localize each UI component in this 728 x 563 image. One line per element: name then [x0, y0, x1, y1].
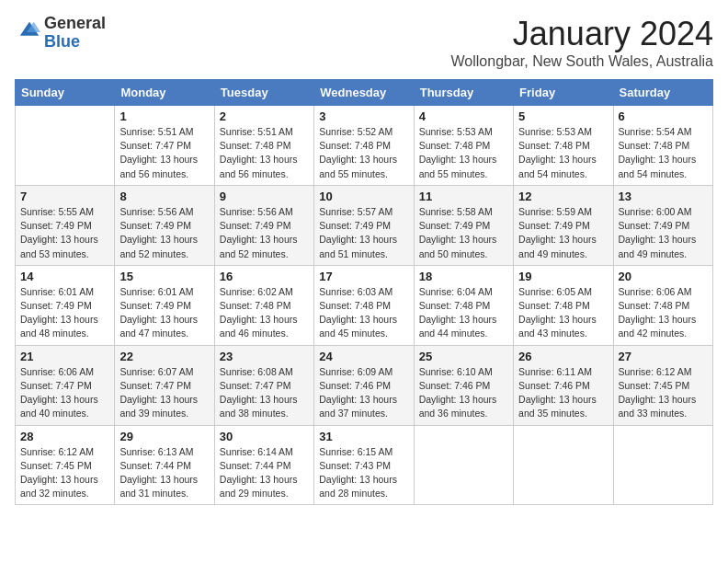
calendar-cell: 11 Sunrise: 5:58 AMSunset: 7:49 PMDaylig…	[414, 185, 513, 265]
calendar-cell: 12 Sunrise: 5:59 AMSunset: 7:49 PMDaylig…	[514, 185, 613, 265]
cell-info: Sunrise: 6:00 AMSunset: 7:49 PMDaylight:…	[619, 206, 697, 259]
cell-info: Sunrise: 6:12 AMSunset: 7:45 PMDaylight:…	[20, 446, 98, 500]
cell-date: 28	[20, 430, 109, 443]
cell-date: 26	[518, 350, 608, 363]
calendar-cell: 17 Sunrise: 6:03 AMSunset: 7:48 PMDaylig…	[314, 265, 414, 345]
calendar-cell: 2 Sunrise: 5:51 AMSunset: 7:48 PMDayligh…	[214, 106, 313, 186]
cell-date: 7	[20, 190, 109, 203]
calendar-cell: 23 Sunrise: 6:08 AMSunset: 7:47 PMDaylig…	[214, 345, 313, 425]
cell-date: 12	[518, 190, 608, 203]
calendar-cell: 31 Sunrise: 6:15 AMSunset: 7:43 PMDaylig…	[314, 425, 414, 505]
calendar-cell: 18 Sunrise: 6:04 AMSunset: 7:48 PMDaylig…	[414, 265, 513, 345]
cell-info: Sunrise: 5:52 AMSunset: 7:48 PMDaylight:…	[319, 126, 397, 179]
logo-icon	[17, 18, 42, 44]
cell-date: 31	[319, 430, 408, 443]
calendar-cell: 13 Sunrise: 6:00 AMSunset: 7:49 PMDaylig…	[613, 185, 712, 265]
cell-info: Sunrise: 5:54 AMSunset: 7:48 PMDaylight:…	[619, 126, 697, 179]
cell-date: 25	[419, 350, 508, 363]
calendar-cell: 30 Sunrise: 6:14 AMSunset: 7:44 PMDaylig…	[214, 425, 313, 505]
day-header-sunday: Sunday	[16, 80, 115, 106]
cell-info: Sunrise: 6:03 AMSunset: 7:48 PMDaylight:…	[319, 286, 397, 339]
logo: General Blue	[15, 15, 106, 52]
location-text: Wollongbar, New South Wales, Australia	[451, 53, 713, 70]
calendar-cell: 29 Sunrise: 6:13 AMSunset: 7:44 PMDaylig…	[115, 425, 214, 505]
cell-info: Sunrise: 5:59 AMSunset: 7:49 PMDaylight:…	[518, 206, 597, 259]
cell-info: Sunrise: 6:12 AMSunset: 7:45 PMDaylight:…	[619, 366, 697, 419]
calendar-cell: 21 Sunrise: 6:06 AMSunset: 7:47 PMDaylig…	[16, 345, 115, 425]
cell-info: Sunrise: 6:04 AMSunset: 7:48 PMDaylight:…	[419, 286, 497, 339]
cell-date: 5	[518, 109, 608, 123]
calendar-table: SundayMondayTuesdayWednesdayThursdayFrid…	[15, 79, 713, 505]
calendar-cell: 22 Sunrise: 6:07 AMSunset: 7:47 PMDaylig…	[115, 345, 214, 425]
month-title: January 2024	[451, 15, 713, 53]
cell-info: Sunrise: 6:01 AMSunset: 7:49 PMDaylight:…	[119, 286, 198, 339]
calendar-cell: 15 Sunrise: 6:01 AMSunset: 7:49 PMDaylig…	[115, 265, 214, 345]
cell-date: 4	[419, 109, 508, 123]
cell-date: 1	[119, 109, 209, 123]
week-row-4: 21 Sunrise: 6:06 AMSunset: 7:47 PMDaylig…	[16, 345, 713, 425]
cell-info: Sunrise: 6:08 AMSunset: 7:47 PMDaylight:…	[220, 366, 298, 419]
cell-info: Sunrise: 6:05 AMSunset: 7:48 PMDaylight:…	[518, 286, 597, 339]
logo-blue-text: Blue	[44, 32, 80, 51]
week-row-1: 1 Sunrise: 5:51 AMSunset: 7:47 PMDayligh…	[16, 106, 713, 186]
cell-info: Sunrise: 6:14 AMSunset: 7:44 PMDaylight:…	[220, 446, 298, 500]
calendar-cell: 26 Sunrise: 6:11 AMSunset: 7:46 PMDaylig…	[514, 345, 613, 425]
cell-date: 21	[20, 350, 109, 363]
calendar-body: 1 Sunrise: 5:51 AMSunset: 7:47 PMDayligh…	[16, 106, 713, 505]
cell-date: 23	[220, 350, 309, 363]
cell-info: Sunrise: 5:58 AMSunset: 7:49 PMDaylight:…	[419, 206, 497, 259]
cell-info: Sunrise: 6:11 AMSunset: 7:46 PMDaylight:…	[518, 366, 597, 419]
calendar-cell: 1 Sunrise: 5:51 AMSunset: 7:47 PMDayligh…	[115, 106, 214, 186]
calendar-cell: 10 Sunrise: 5:57 AMSunset: 7:49 PMDaylig…	[314, 185, 414, 265]
cell-info: Sunrise: 6:02 AMSunset: 7:48 PMDaylight:…	[220, 286, 298, 339]
cell-info: Sunrise: 6:09 AMSunset: 7:46 PMDaylight:…	[319, 366, 397, 419]
logo-general-text: General	[44, 14, 106, 32]
cell-date: 27	[619, 350, 708, 363]
cell-date: 14	[20, 270, 109, 283]
day-header-wednesday: Wednesday	[314, 80, 414, 106]
day-header-friday: Friday	[514, 80, 613, 106]
cell-date: 20	[619, 270, 708, 283]
cell-date: 30	[220, 430, 309, 443]
calendar-cell: 9 Sunrise: 5:56 AMSunset: 7:49 PMDayligh…	[214, 185, 313, 265]
day-header-saturday: Saturday	[613, 80, 712, 106]
cell-info: Sunrise: 5:57 AMSunset: 7:49 PMDaylight:…	[319, 206, 397, 259]
calendar-cell: 8 Sunrise: 5:56 AMSunset: 7:49 PMDayligh…	[115, 185, 214, 265]
cell-info: Sunrise: 6:15 AMSunset: 7:43 PMDaylight:…	[319, 446, 397, 500]
cell-info: Sunrise: 6:06 AMSunset: 7:47 PMDaylight:…	[20, 366, 98, 419]
calendar-cell: 14 Sunrise: 6:01 AMSunset: 7:49 PMDaylig…	[16, 265, 115, 345]
cell-info: Sunrise: 6:07 AMSunset: 7:47 PMDaylight:…	[119, 366, 198, 419]
cell-info: Sunrise: 6:10 AMSunset: 7:46 PMDaylight:…	[419, 366, 497, 419]
cell-date: 10	[319, 190, 408, 203]
cell-info: Sunrise: 5:55 AMSunset: 7:49 PMDaylight:…	[20, 206, 98, 259]
calendar-cell	[514, 425, 613, 505]
cell-date: 18	[419, 270, 508, 283]
calendar-cell: 24 Sunrise: 6:09 AMSunset: 7:46 PMDaylig…	[314, 345, 414, 425]
cell-date: 8	[119, 190, 209, 203]
cell-info: Sunrise: 5:56 AMSunset: 7:49 PMDaylight:…	[119, 206, 198, 259]
calendar-cell: 19 Sunrise: 6:05 AMSunset: 7:48 PMDaylig…	[514, 265, 613, 345]
day-header-monday: Monday	[115, 80, 214, 106]
page-header: General Blue January 2024 Wollongbar, Ne…	[15, 15, 713, 70]
cell-info: Sunrise: 5:56 AMSunset: 7:49 PMDaylight:…	[220, 206, 298, 259]
cell-date: 24	[319, 350, 408, 363]
cell-date: 17	[319, 270, 408, 283]
cell-date: 6	[619, 109, 708, 123]
week-row-2: 7 Sunrise: 5:55 AMSunset: 7:49 PMDayligh…	[16, 185, 713, 265]
week-row-3: 14 Sunrise: 6:01 AMSunset: 7:49 PMDaylig…	[16, 265, 713, 345]
calendar-cell	[613, 425, 712, 505]
calendar-cell: 3 Sunrise: 5:52 AMSunset: 7:48 PMDayligh…	[314, 106, 414, 186]
cell-date: 11	[419, 190, 508, 203]
cell-info: Sunrise: 5:51 AMSunset: 7:47 PMDaylight:…	[119, 126, 198, 179]
calendar-cell: 4 Sunrise: 5:53 AMSunset: 7:48 PMDayligh…	[414, 106, 513, 186]
calendar-cell: 16 Sunrise: 6:02 AMSunset: 7:48 PMDaylig…	[214, 265, 313, 345]
cell-info: Sunrise: 5:51 AMSunset: 7:48 PMDaylight:…	[220, 126, 298, 179]
cell-info: Sunrise: 6:13 AMSunset: 7:44 PMDaylight:…	[119, 446, 198, 500]
cell-date: 9	[220, 190, 309, 203]
cell-date: 19	[518, 270, 608, 283]
calendar-header-row: SundayMondayTuesdayWednesdayThursdayFrid…	[16, 80, 713, 106]
cell-info: Sunrise: 5:53 AMSunset: 7:48 PMDaylight:…	[419, 126, 497, 179]
cell-info: Sunrise: 6:06 AMSunset: 7:48 PMDaylight:…	[619, 286, 697, 339]
calendar-cell: 7 Sunrise: 5:55 AMSunset: 7:49 PMDayligh…	[16, 185, 115, 265]
cell-date: 3	[319, 109, 408, 123]
